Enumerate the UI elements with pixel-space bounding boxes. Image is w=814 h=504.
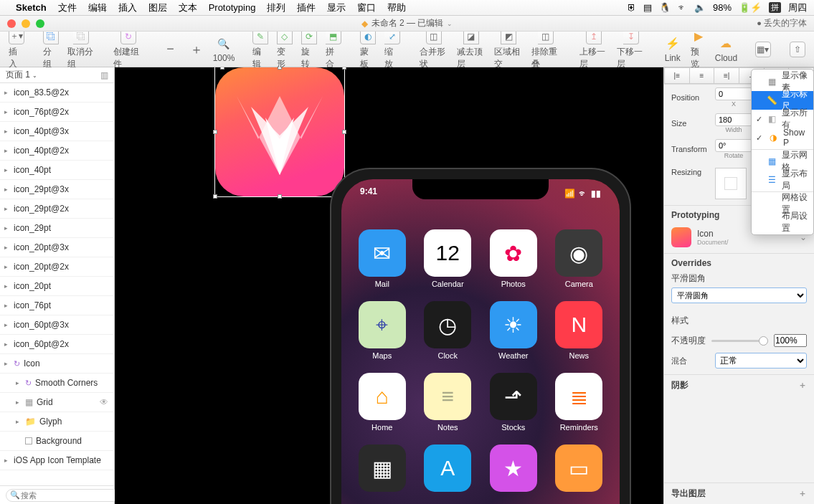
clock-day[interactable]: 周四 (788, 1, 807, 14)
layer-item[interactable]: ▸icon_83.5@2x (0, 83, 114, 103)
volume-icon[interactable]: 🔈 (694, 2, 706, 13)
view-menu-item[interactable]: 布局设置 (752, 213, 813, 232)
export-button[interactable]: ⇧ (785, 40, 810, 59)
transform-button[interactable]: ◇变形 (273, 27, 297, 72)
layer-item[interactable]: ▸icon_40pt (0, 161, 114, 180)
display-icon[interactable]: ▤ (643, 2, 652, 13)
menu-help[interactable]: 帮助 (387, 1, 406, 14)
layer-item[interactable]: ▸icon_29pt (0, 219, 114, 238)
override-select[interactable]: 平滑圆角 (671, 287, 807, 303)
view-options-button[interactable]: ▦▾ (751, 40, 775, 59)
layer-item[interactable]: ▸icon_20pt@3x (0, 238, 114, 257)
layer-item[interactable]: ▸↻Smooth Corners (0, 374, 114, 393)
pos-x-input[interactable] (715, 87, 752, 100)
intersect-button[interactable]: ◩区域相交 (490, 27, 527, 72)
pages-toggle-icon[interactable]: ▥ (100, 70, 108, 80)
layer-item[interactable]: ▸icon_76pt (0, 296, 114, 315)
menu-edit[interactable]: 编辑 (88, 1, 107, 14)
align-center-icon[interactable]: ≡ (690, 67, 715, 84)
layer-item[interactable]: ▸icon_40pt@2x (0, 141, 114, 161)
add-icon[interactable]: ＋ (798, 379, 807, 391)
layer-item[interactable]: ▸icon_29pt@2x (0, 199, 114, 219)
align-right-icon[interactable]: ≡| (714, 67, 739, 84)
minimize-button[interactable] (22, 19, 30, 28)
create-symbol-button[interactable]: ↻创建组件 (109, 27, 148, 72)
group-button[interactable]: ⿻分组 (39, 27, 63, 72)
difference-button[interactable]: ◫排除重叠 (527, 27, 564, 72)
canvas[interactable]: 9:41 📶 ᯤ ▮▮ ✉Mail12Calendar✿Photos◉Camer… (115, 67, 663, 504)
layer-item[interactable]: ▸icon_76pt@2x (0, 103, 114, 122)
opacity-slider[interactable] (711, 340, 768, 342)
opacity-input[interactable] (774, 334, 807, 347)
shield-icon[interactable]: ⛨ (627, 2, 636, 13)
layer-item[interactable]: ▸icon_20pt (0, 277, 114, 296)
search-icon: 🔍 (10, 490, 20, 500)
link-button[interactable]: ⚡Link (661, 34, 685, 65)
missing-fonts-warning[interactable]: ● 丢失的字体 (757, 17, 807, 29)
union-button[interactable]: ◫合并形状 (415, 27, 453, 72)
shadow-section[interactable]: 阴影＋ (664, 374, 814, 396)
layer-search-input[interactable] (6, 489, 126, 502)
layer-item[interactable]: ▸▦Grid👁 (0, 393, 114, 412)
resize-handle[interactable] (213, 194, 217, 199)
add-icon[interactable]: ＋ (798, 488, 807, 500)
menu-arrange[interactable]: 排列 (267, 1, 285, 14)
view-menu-item[interactable]: ✓◧显示所有 (752, 110, 813, 128)
mask-button[interactable]: ◐蒙板 (356, 27, 380, 72)
width-input[interactable] (715, 113, 752, 126)
title-chevron-icon[interactable]: ⌄ (447, 20, 453, 27)
flatten-button[interactable]: ⬒拼合 (321, 27, 346, 72)
pages-dropdown[interactable]: 页面 1 ⌄ ▥ (0, 67, 114, 83)
layer-item[interactable]: Background (0, 432, 114, 451)
close-button[interactable] (7, 19, 16, 28)
resize-handle[interactable] (220, 67, 224, 70)
app-menu[interactable]: Sketch (16, 2, 47, 13)
layer-list[interactable]: ▸icon_83.5@2x▸icon_76pt@2x▸icon_40pt@3x▸… (0, 83, 114, 485)
layer-item[interactable]: ▸icon_60pt@3x (0, 315, 114, 335)
layer-item[interactable]: ▸icon_40pt@3x (0, 122, 114, 141)
zoom-button[interactable] (36, 19, 44, 28)
status-time: 9:41 (360, 186, 377, 201)
resize-handle[interactable] (342, 67, 346, 70)
cloud-button[interactable]: ☁Cloud (712, 34, 740, 65)
qq-icon[interactable]: 🐧 (659, 2, 671, 13)
rotate-input[interactable] (715, 139, 752, 152)
resize-handle[interactable] (278, 194, 282, 199)
wifi-icon[interactable]: ᯤ (678, 2, 687, 13)
resizing-widget[interactable] (715, 168, 747, 199)
menu-layer[interactable]: 图层 (148, 1, 167, 14)
layer-item[interactable]: ▸📁Glyph (0, 412, 114, 432)
export-section[interactable]: 导出图层＋ (664, 482, 814, 504)
layer-item[interactable]: ▸icon_20pt@2x (0, 257, 114, 277)
forward-button[interactable]: ↥上移一层 (575, 27, 612, 72)
backward-button[interactable]: ↧下移一层 (612, 27, 650, 72)
resize-handle[interactable] (278, 67, 282, 70)
menu-file[interactable]: 文件 (58, 1, 77, 14)
edit-button[interactable]: ✎编辑 (248, 27, 273, 72)
zoom-in-button[interactable]: ＋ (184, 40, 209, 59)
view-menu-item[interactable]: ☰显示布局 (752, 171, 813, 189)
subtract-button[interactable]: ◪减去顶层 (453, 27, 490, 72)
zoom-out-button[interactable]: − (158, 40, 183, 59)
align-left-icon[interactable]: |≡ (664, 67, 690, 84)
menu-insert[interactable]: 插入 (118, 1, 137, 14)
preview-button[interactable]: ▶预览 (686, 27, 711, 72)
menu-text[interactable]: 文本 (179, 1, 197, 14)
layer-item[interactable]: ▸icon_60pt@2x (0, 335, 114, 354)
menu-prototyping[interactable]: Prototyping (209, 2, 256, 13)
layer-item[interactable]: ▸iOS App Icon Template (0, 451, 114, 470)
layer-item[interactable]: ▸icon_29pt@3x (0, 180, 114, 199)
ungroup-button[interactable]: ⿻取消分组 (63, 27, 99, 72)
ime-indicator[interactable]: 拼 (769, 2, 781, 13)
scale-button[interactable]: ⤢缩放 (380, 27, 404, 72)
menu-plugins[interactable]: 插件 (297, 1, 316, 14)
resize-handle[interactable] (213, 130, 217, 134)
menu-window[interactable]: 窗口 (357, 1, 376, 14)
rotate-button[interactable]: ⟳旋转 (297, 27, 321, 72)
resize-handle[interactable] (342, 130, 346, 134)
insert-button[interactable]: ＋▾插入 (4, 27, 29, 72)
menu-view[interactable]: 显示 (327, 1, 346, 14)
zoom-level[interactable]: 🔍100% (210, 34, 238, 65)
blend-select[interactable]: 正常 (715, 353, 807, 369)
layer-item[interactable]: ▸↻Icon (0, 354, 114, 374)
